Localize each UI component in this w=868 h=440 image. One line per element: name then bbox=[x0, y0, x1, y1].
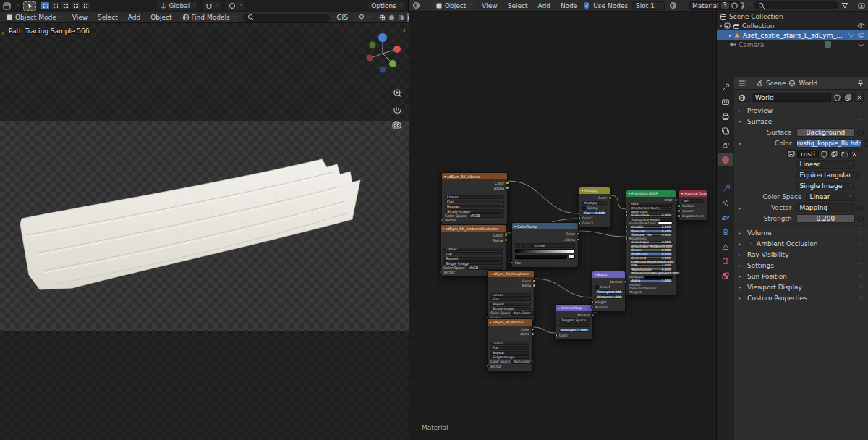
properties-tab-scene[interactable] bbox=[718, 138, 733, 152]
menu-gis[interactable]: GIS bbox=[334, 13, 351, 22]
transform-orientation-dropdown[interactable]: Global˅ bbox=[157, 1, 199, 10]
world-name-field[interactable]: World bbox=[752, 93, 831, 102]
node-principled[interactable]: ▾Principled BSDFBSDFGGX˅Christensen-Burl… bbox=[626, 190, 676, 296]
node-menu-node[interactable]: Node bbox=[558, 1, 581, 10]
node-row-clamp[interactable]: Clamp bbox=[582, 206, 607, 211]
breadcrumb-world[interactable]: World bbox=[799, 80, 817, 87]
material-browse-icon[interactable] bbox=[669, 1, 677, 9]
camera-visibility-icon[interactable] bbox=[857, 41, 865, 48]
image-browse-button[interactable] bbox=[787, 149, 796, 158]
node-row-pos[interactable] bbox=[515, 254, 575, 260]
node-colorramp[interactable]: ▾ColorRampColorAlphaLinear˅Fac bbox=[511, 222, 579, 268]
image-name-field[interactable]: rusti bbox=[797, 150, 819, 158]
node-row-strength[interactable]: Strength1.000 bbox=[559, 328, 590, 333]
section-viewport-display[interactable]: ▸Viewport Display∷ bbox=[734, 282, 868, 292]
outliner-row-scene-collection[interactable]: Scene Collection bbox=[717, 12, 868, 21]
node-header[interactable]: ▾sdEym_8K_Albedo bbox=[442, 173, 507, 179]
properties-editor-icon[interactable] bbox=[739, 80, 746, 87]
properties-tab-object[interactable] bbox=[718, 167, 733, 181]
section-sun-position[interactable]: ▸Sun Position∷ bbox=[734, 271, 868, 282]
properties-tab-modifiers[interactable] bbox=[718, 182, 733, 195]
viewport-canvas[interactable]: Path Tracing Sample 566 › ‹ bbox=[0, 23, 409, 440]
surface-shader-button[interactable]: Background bbox=[796, 128, 855, 137]
model-search-input[interactable] bbox=[243, 14, 330, 22]
node-tex-ao[interactable]: ▾sdEym_8K_AmbientOcclusionColorAlphaLine… bbox=[440, 224, 506, 277]
proportional-edit-button[interactable]: ˅ bbox=[226, 1, 244, 10]
outliner-row-camera[interactable]: Camera bbox=[717, 40, 868, 49]
menu-view[interactable]: View bbox=[69, 13, 90, 22]
node-row-multiply[interactable]: Multiply˅ bbox=[582, 200, 607, 206]
section-settings[interactable]: ▸Settings∷ bbox=[734, 260, 868, 271]
image-copy-button[interactable] bbox=[830, 149, 839, 158]
outliner[interactable]: ˅ ˅ ˅ Scene Collection ▾ Collection ▸ As… bbox=[716, 0, 868, 77]
shading-dropdown[interactable]: ˅ bbox=[355, 13, 374, 22]
menu-object[interactable]: Object bbox=[148, 13, 174, 22]
ao-checkbox[interactable] bbox=[747, 240, 754, 247]
strength-decorator[interactable] bbox=[857, 216, 864, 222]
node-header[interactable]: ▾sdEym_8K_Normal bbox=[488, 319, 532, 326]
find-models-dropdown[interactable]: Find Models˅ bbox=[179, 13, 239, 22]
viewport-3d[interactable]: ˅ Global˅ ˅ ˅ Options˅ Object Mode˅ View… bbox=[0, 0, 409, 440]
node-menu-view[interactable]: View bbox=[479, 1, 500, 10]
properties-editor[interactable]: ˅ Scene World ˅ World ▸Preview∷ ▾Surface… bbox=[716, 77, 868, 440]
image-fake-user-button[interactable] bbox=[820, 149, 829, 158]
menu-select[interactable]: Select bbox=[95, 13, 121, 22]
snap-dropdown[interactable]: ˅ bbox=[203, 1, 221, 10]
node-material-output[interactable]: ▾Material OutputAll˅SurfaceVolumeDisplac… bbox=[678, 190, 707, 221]
color-decorator[interactable] bbox=[864, 140, 868, 147]
node-header[interactable]: ▾sdEym_8K_AmbientOcclusion bbox=[441, 225, 506, 232]
fake-user-icon[interactable] bbox=[731, 2, 738, 9]
options-dropdown[interactable]: Options˅ bbox=[368, 1, 405, 10]
image-open-button[interactable] bbox=[840, 149, 849, 158]
node-header[interactable]: ▾Bump bbox=[592, 271, 625, 278]
collection-checkbox[interactable] bbox=[724, 22, 731, 29]
surface-decorator[interactable] bbox=[857, 130, 864, 136]
properties-tab-tool[interactable] bbox=[718, 80, 733, 94]
interpolation-dropdown[interactable]: Linear˅ bbox=[796, 160, 855, 169]
properties-tab-world[interactable] bbox=[718, 153, 733, 166]
properties-tab-texture[interactable] bbox=[718, 268, 733, 282]
node-menu-add[interactable]: Add bbox=[535, 1, 553, 10]
shader-type-dropdown[interactable]: Object˅ bbox=[433, 1, 475, 10]
properties-tab-data[interactable] bbox=[718, 240, 733, 253]
viewport-gizmos[interactable] bbox=[365, 29, 407, 132]
node-header[interactable]: ▾Principled BSDF bbox=[626, 190, 676, 197]
node-row-fac[interactable]: Fac1.000 bbox=[582, 211, 607, 216]
node-header[interactable]: ▾Material Output bbox=[679, 190, 707, 197]
object-visibility-icon[interactable] bbox=[857, 32, 865, 38]
mode-dropdown[interactable]: Object Mode˅ bbox=[3, 13, 65, 22]
section-volume[interactable]: ▸Volume∷ bbox=[734, 227, 868, 238]
node-row-all[interactable]: All˅ bbox=[682, 198, 704, 203]
new-collection-icon[interactable] bbox=[858, 2, 865, 9]
node-menu-select[interactable]: Select bbox=[505, 1, 531, 10]
pin-icon[interactable] bbox=[857, 80, 864, 87]
properties-tab-particles[interactable] bbox=[718, 196, 733, 210]
node-bump[interactable]: ▾BumpNormalInvertStrength0.300Distance1.… bbox=[592, 271, 626, 312]
vector-mapping-button[interactable]: Mapping bbox=[796, 203, 855, 212]
world-unlink-button[interactable] bbox=[854, 93, 864, 102]
node-canvas[interactable]: ▾sdEym_8K_AlbedoColorAlphaLinear˅Flat˅Re… bbox=[409, 12, 716, 440]
strength-field[interactable]: 0.200 bbox=[796, 214, 855, 223]
shader-editor[interactable]: ˅ Object˅ View Select Add Node ✓ Use Nod… bbox=[409, 0, 716, 440]
node-row-linear[interactable]: Linear˅ bbox=[515, 242, 575, 248]
node-row-tangent-space[interactable]: Tangent Space˅ bbox=[559, 318, 590, 323]
node-normal-map[interactable]: ▾Normal MapNormalTangent Space˅Strength1… bbox=[556, 304, 593, 340]
node-row-strength[interactable]: Strength0.300 bbox=[595, 289, 622, 295]
editor-type-icon[interactable] bbox=[3, 2, 11, 10]
section-ray-visibility[interactable]: ▸Ray Visibility∷ bbox=[734, 249, 868, 260]
select-mode-buttons[interactable] bbox=[41, 1, 90, 10]
outliner-row-collection[interactable]: ▾ Collection bbox=[717, 21, 868, 30]
node-header[interactable]: ▾sdEym_8K_Roughness bbox=[488, 271, 534, 277]
environment-texture-button[interactable]: rustig_koppie_8k.hdr bbox=[796, 139, 861, 148]
node-row-invert[interactable]: Invert bbox=[595, 284, 622, 289]
filter-funnel-icon[interactable] bbox=[841, 2, 848, 9]
shader-editor-type-icon[interactable] bbox=[412, 1, 420, 9]
properties-tab-material[interactable] bbox=[718, 254, 733, 268]
node-row-field[interactable] bbox=[559, 323, 590, 328]
properties-tab-viewlayer[interactable] bbox=[718, 124, 733, 138]
node-tex-albedo[interactable]: ▾sdEym_8K_AlbedoColorAlphaLinear˅Flat˅Re… bbox=[441, 172, 508, 225]
toolbar-collapse-arrow[interactable]: › bbox=[1, 29, 4, 37]
node-header[interactable]: ▾ColorRamp bbox=[512, 223, 578, 229]
source-dropdown[interactable]: Single Image˅ bbox=[796, 182, 855, 190]
stairs-model[interactable] bbox=[0, 23, 409, 440]
